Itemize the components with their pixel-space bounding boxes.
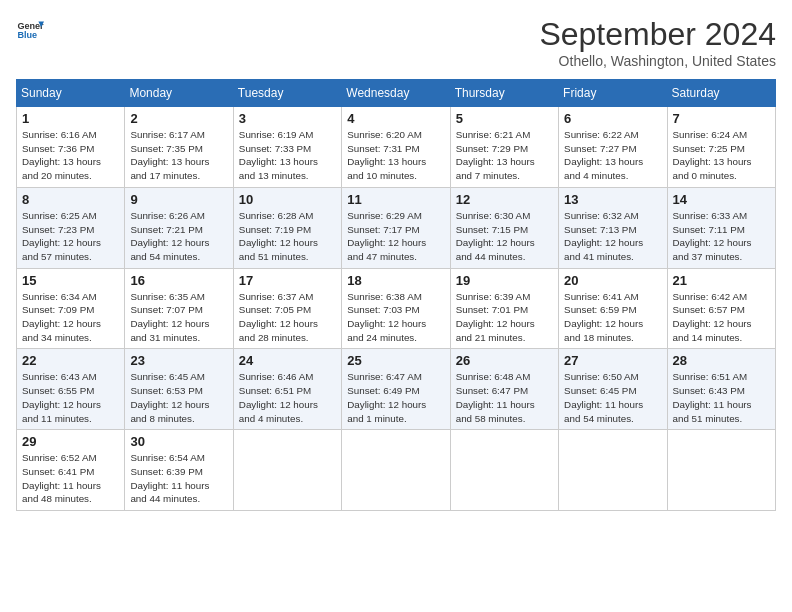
- day-number: 2: [130, 111, 227, 126]
- day-info: Sunrise: 6:16 AM Sunset: 7:36 PM Dayligh…: [22, 128, 119, 183]
- day-info: Sunrise: 6:52 AM Sunset: 6:41 PM Dayligh…: [22, 451, 119, 506]
- day-info: Sunrise: 6:25 AM Sunset: 7:23 PM Dayligh…: [22, 209, 119, 264]
- day-info: Sunrise: 6:46 AM Sunset: 6:51 PM Dayligh…: [239, 370, 336, 425]
- day-info: Sunrise: 6:50 AM Sunset: 6:45 PM Dayligh…: [564, 370, 661, 425]
- day-info: Sunrise: 6:54 AM Sunset: 6:39 PM Dayligh…: [130, 451, 227, 506]
- day-info: Sunrise: 6:38 AM Sunset: 7:03 PM Dayligh…: [347, 290, 444, 345]
- header: General Blue September 2024 Othello, Was…: [16, 16, 776, 69]
- title-area: September 2024 Othello, Washington, Unit…: [539, 16, 776, 69]
- day-info: Sunrise: 6:51 AM Sunset: 6:43 PM Dayligh…: [673, 370, 770, 425]
- day-header-tuesday: Tuesday: [233, 80, 341, 107]
- day-number: 15: [22, 273, 119, 288]
- calendar-cell: 17Sunrise: 6:37 AM Sunset: 7:05 PM Dayli…: [233, 268, 341, 349]
- day-info: Sunrise: 6:29 AM Sunset: 7:17 PM Dayligh…: [347, 209, 444, 264]
- calendar-cell: 22Sunrise: 6:43 AM Sunset: 6:55 PM Dayli…: [17, 349, 125, 430]
- calendar-cell: 5Sunrise: 6:21 AM Sunset: 7:29 PM Daylig…: [450, 107, 558, 188]
- day-info: Sunrise: 6:42 AM Sunset: 6:57 PM Dayligh…: [673, 290, 770, 345]
- day-number: 6: [564, 111, 661, 126]
- logo: General Blue: [16, 16, 44, 44]
- calendar-cell: 10Sunrise: 6:28 AM Sunset: 7:19 PM Dayli…: [233, 187, 341, 268]
- day-number: 26: [456, 353, 553, 368]
- calendar-cell: [342, 430, 450, 511]
- calendar-week-row: 8Sunrise: 6:25 AM Sunset: 7:23 PM Daylig…: [17, 187, 776, 268]
- day-info: Sunrise: 6:34 AM Sunset: 7:09 PM Dayligh…: [22, 290, 119, 345]
- calendar-cell: 27Sunrise: 6:50 AM Sunset: 6:45 PM Dayli…: [559, 349, 667, 430]
- calendar-cell: 12Sunrise: 6:30 AM Sunset: 7:15 PM Dayli…: [450, 187, 558, 268]
- day-number: 13: [564, 192, 661, 207]
- logo-icon: General Blue: [16, 16, 44, 44]
- calendar-week-row: 15Sunrise: 6:34 AM Sunset: 7:09 PM Dayli…: [17, 268, 776, 349]
- day-number: 16: [130, 273, 227, 288]
- day-info: Sunrise: 6:43 AM Sunset: 6:55 PM Dayligh…: [22, 370, 119, 425]
- day-info: Sunrise: 6:48 AM Sunset: 6:47 PM Dayligh…: [456, 370, 553, 425]
- calendar-cell: [559, 430, 667, 511]
- day-number: 21: [673, 273, 770, 288]
- day-number: 14: [673, 192, 770, 207]
- day-number: 8: [22, 192, 119, 207]
- calendar-cell: 11Sunrise: 6:29 AM Sunset: 7:17 PM Dayli…: [342, 187, 450, 268]
- calendar-cell: 30Sunrise: 6:54 AM Sunset: 6:39 PM Dayli…: [125, 430, 233, 511]
- day-number: 20: [564, 273, 661, 288]
- day-info: Sunrise: 6:21 AM Sunset: 7:29 PM Dayligh…: [456, 128, 553, 183]
- calendar-cell: 4Sunrise: 6:20 AM Sunset: 7:31 PM Daylig…: [342, 107, 450, 188]
- day-header-thursday: Thursday: [450, 80, 558, 107]
- calendar-cell: 15Sunrise: 6:34 AM Sunset: 7:09 PM Dayli…: [17, 268, 125, 349]
- day-header-saturday: Saturday: [667, 80, 775, 107]
- day-number: 7: [673, 111, 770, 126]
- calendar-cell: 6Sunrise: 6:22 AM Sunset: 7:27 PM Daylig…: [559, 107, 667, 188]
- day-number: 22: [22, 353, 119, 368]
- day-number: 30: [130, 434, 227, 449]
- day-number: 4: [347, 111, 444, 126]
- day-header-sunday: Sunday: [17, 80, 125, 107]
- day-info: Sunrise: 6:26 AM Sunset: 7:21 PM Dayligh…: [130, 209, 227, 264]
- day-number: 17: [239, 273, 336, 288]
- calendar-cell: 16Sunrise: 6:35 AM Sunset: 7:07 PM Dayli…: [125, 268, 233, 349]
- day-number: 10: [239, 192, 336, 207]
- svg-text:Blue: Blue: [17, 30, 37, 40]
- day-header-wednesday: Wednesday: [342, 80, 450, 107]
- day-info: Sunrise: 6:22 AM Sunset: 7:27 PM Dayligh…: [564, 128, 661, 183]
- calendar-cell: 13Sunrise: 6:32 AM Sunset: 7:13 PM Dayli…: [559, 187, 667, 268]
- day-number: 28: [673, 353, 770, 368]
- day-info: Sunrise: 6:39 AM Sunset: 7:01 PM Dayligh…: [456, 290, 553, 345]
- calendar-week-row: 1Sunrise: 6:16 AM Sunset: 7:36 PM Daylig…: [17, 107, 776, 188]
- day-info: Sunrise: 6:24 AM Sunset: 7:25 PM Dayligh…: [673, 128, 770, 183]
- day-info: Sunrise: 6:41 AM Sunset: 6:59 PM Dayligh…: [564, 290, 661, 345]
- month-title: September 2024: [539, 16, 776, 53]
- calendar-cell: 24Sunrise: 6:46 AM Sunset: 6:51 PM Dayli…: [233, 349, 341, 430]
- day-info: Sunrise: 6:35 AM Sunset: 7:07 PM Dayligh…: [130, 290, 227, 345]
- calendar-cell: 1Sunrise: 6:16 AM Sunset: 7:36 PM Daylig…: [17, 107, 125, 188]
- calendar-cell: 25Sunrise: 6:47 AM Sunset: 6:49 PM Dayli…: [342, 349, 450, 430]
- location-title: Othello, Washington, United States: [539, 53, 776, 69]
- calendar-cell: 18Sunrise: 6:38 AM Sunset: 7:03 PM Dayli…: [342, 268, 450, 349]
- calendar-week-row: 22Sunrise: 6:43 AM Sunset: 6:55 PM Dayli…: [17, 349, 776, 430]
- day-info: Sunrise: 6:32 AM Sunset: 7:13 PM Dayligh…: [564, 209, 661, 264]
- day-number: 5: [456, 111, 553, 126]
- calendar-cell: [233, 430, 341, 511]
- day-info: Sunrise: 6:47 AM Sunset: 6:49 PM Dayligh…: [347, 370, 444, 425]
- day-info: Sunrise: 6:28 AM Sunset: 7:19 PM Dayligh…: [239, 209, 336, 264]
- day-number: 29: [22, 434, 119, 449]
- calendar-cell: [667, 430, 775, 511]
- day-info: Sunrise: 6:20 AM Sunset: 7:31 PM Dayligh…: [347, 128, 444, 183]
- day-number: 3: [239, 111, 336, 126]
- day-info: Sunrise: 6:37 AM Sunset: 7:05 PM Dayligh…: [239, 290, 336, 345]
- calendar-cell: 14Sunrise: 6:33 AM Sunset: 7:11 PM Dayli…: [667, 187, 775, 268]
- calendar-cell: 21Sunrise: 6:42 AM Sunset: 6:57 PM Dayli…: [667, 268, 775, 349]
- day-header-friday: Friday: [559, 80, 667, 107]
- calendar-cell: 20Sunrise: 6:41 AM Sunset: 6:59 PM Dayli…: [559, 268, 667, 349]
- calendar-header-row: SundayMondayTuesdayWednesdayThursdayFrid…: [17, 80, 776, 107]
- calendar-cell: 7Sunrise: 6:24 AM Sunset: 7:25 PM Daylig…: [667, 107, 775, 188]
- calendar-cell: 9Sunrise: 6:26 AM Sunset: 7:21 PM Daylig…: [125, 187, 233, 268]
- day-number: 27: [564, 353, 661, 368]
- day-number: 18: [347, 273, 444, 288]
- day-number: 19: [456, 273, 553, 288]
- calendar-cell: 3Sunrise: 6:19 AM Sunset: 7:33 PM Daylig…: [233, 107, 341, 188]
- day-info: Sunrise: 6:19 AM Sunset: 7:33 PM Dayligh…: [239, 128, 336, 183]
- day-number: 1: [22, 111, 119, 126]
- calendar-cell: 26Sunrise: 6:48 AM Sunset: 6:47 PM Dayli…: [450, 349, 558, 430]
- day-number: 12: [456, 192, 553, 207]
- day-header-monday: Monday: [125, 80, 233, 107]
- day-number: 11: [347, 192, 444, 207]
- day-info: Sunrise: 6:30 AM Sunset: 7:15 PM Dayligh…: [456, 209, 553, 264]
